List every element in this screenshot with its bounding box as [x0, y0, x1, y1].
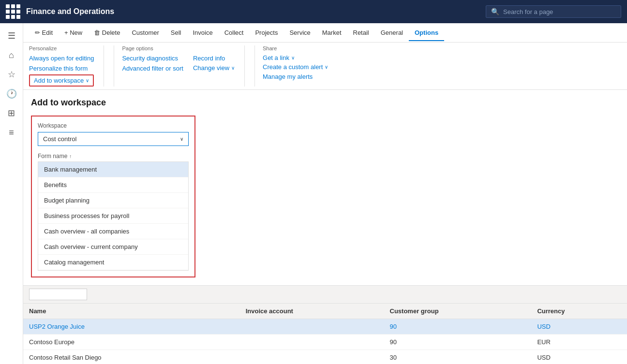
separator-2: [254, 45, 255, 87]
share-items: Get a link ∨ Create a custom alert ∨ Man…: [263, 54, 328, 81]
home-icon[interactable]: ⌂: [3, 46, 20, 64]
get-a-link-label: Get a link: [263, 54, 289, 61]
customers-table: Name Invoice account Customer group Curr…: [23, 304, 627, 364]
workspace-panel-title: Add to workspace: [31, 98, 619, 108]
personalize-items: Always open for editing Personalize this…: [29, 54, 94, 87]
col-currency: Currency: [531, 304, 627, 319]
options-ribbon-content: Personalize Always open for editing Pers…: [23, 43, 627, 89]
workspace-panel-box: Workspace Cost control ∨ Form name ↑ Ban…: [31, 116, 195, 277]
manage-alerts-button[interactable]: Manage my alerts: [263, 73, 328, 81]
cell-name: Contoso Retail San Diego: [23, 350, 240, 364]
table-header-row: Name Invoice account Customer group Curr…: [23, 304, 627, 319]
change-view-label: Change view: [193, 64, 229, 72]
create-alert-label: Create a custom alert: [263, 63, 323, 71]
list-item[interactable]: Benefits: [38, 177, 188, 193]
content-area: ✏ Edit + New 🗑 Delete Customer Sell Invo…: [23, 23, 627, 364]
favorites-icon[interactable]: ☆: [3, 66, 20, 83]
workspace-label: Workspace: [38, 122, 189, 129]
top-bar: Finance and Operations 🔍: [0, 0, 627, 23]
filter-row: [23, 286, 627, 304]
tab-edit[interactable]: ✏ Edit: [29, 25, 59, 41]
col-invoice-account: Invoice account: [240, 304, 384, 319]
tab-retail[interactable]: Retail: [347, 25, 375, 41]
page-options-col-1: Security diagnostics Advanced filter or …: [122, 54, 183, 73]
form-name-sort-icon: ↑: [69, 154, 72, 159]
workspace-selected-value: Cost control: [43, 135, 76, 143]
tab-delete[interactable]: 🗑 Delete: [88, 25, 126, 41]
search-icon: 🔍: [491, 8, 499, 15]
tab-market[interactable]: Market: [316, 25, 347, 41]
tab-projects[interactable]: Projects: [249, 25, 284, 41]
create-alert-chevron: ∨: [325, 64, 328, 70]
cell-currency: USD: [531, 350, 627, 364]
personalize-form-button[interactable]: Personalize this form: [29, 64, 94, 73]
workspace-panel-wrapper: Add to workspace Workspace Cost control …: [23, 90, 627, 286]
tab-customer[interactable]: Customer: [126, 25, 164, 41]
add-to-workspace-chevron: ∨: [86, 78, 89, 83]
list-item[interactable]: Catalog management: [38, 255, 188, 270]
recent-icon[interactable]: 🕐: [3, 85, 20, 102]
table-row[interactable]: USP2 Orange Juice90USD: [23, 319, 627, 335]
sidebar: ☰ ⌂ ☆ 🕐 ⊞ ≡: [0, 23, 23, 364]
ribbon: ✏ Edit + New 🗑 Delete Customer Sell Invo…: [23, 23, 627, 90]
create-alert-button[interactable]: Create a custom alert ∨: [263, 63, 328, 71]
change-view-button[interactable]: Change view ∨: [193, 64, 235, 72]
personalize-label: Personalize: [29, 45, 94, 51]
cell-customer-group: 90: [384, 335, 532, 350]
record-info-button[interactable]: Record info: [193, 54, 235, 62]
tab-invoice[interactable]: Invoice: [187, 25, 218, 41]
col-customer-group: Customer group: [384, 304, 532, 319]
add-to-workspace-button[interactable]: Add to workspace ∨: [29, 74, 94, 87]
tab-general[interactable]: General: [375, 25, 409, 41]
app-title: Finance and Operations: [26, 7, 480, 16]
get-a-link-chevron: ∨: [291, 55, 295, 60]
cell-customer-group: 90: [384, 319, 532, 335]
advanced-filter-button[interactable]: Advanced filter or sort: [122, 64, 183, 73]
cell-invoice-account: [240, 350, 384, 364]
hamburger-menu-icon[interactable]: ☰: [3, 27, 20, 44]
always-open-editing-button[interactable]: Always open for editing: [29, 54, 94, 62]
list-item[interactable]: Cash overview - all companies: [38, 224, 188, 239]
main-layout: ☰ ⌂ ☆ 🕐 ⊞ ≡ ✏ Edit + New 🗑 Delete Custom…: [0, 23, 627, 364]
page-options-cols: Security diagnostics Advanced filter or …: [122, 54, 235, 73]
page-options-label: Page options: [122, 45, 235, 51]
table-row[interactable]: Contoso Europe90EUR: [23, 335, 627, 350]
tab-sell[interactable]: Sell: [165, 25, 187, 41]
page-options-group: Page options Security diagnostics Advanc…: [122, 45, 245, 87]
list-item[interactable]: Budget planning: [38, 193, 188, 208]
list-item[interactable]: Bank management: [38, 162, 188, 177]
ribbon-tabs: ✏ Edit + New 🗑 Delete Customer Sell Invo…: [23, 23, 627, 43]
cell-name: Contoso Europe: [23, 335, 240, 350]
app-grid-icon[interactable]: [6, 4, 20, 19]
separator-1: [114, 45, 114, 87]
form-name-header: Form name ↑: [38, 151, 189, 162]
workspaces-icon[interactable]: ⊞: [3, 104, 20, 122]
get-a-link-button[interactable]: Get a link ∨: [263, 54, 328, 61]
cell-name: USP2 Orange Juice: [23, 319, 240, 335]
col-name: Name: [23, 304, 240, 319]
cell-invoice-account: [240, 335, 384, 350]
security-diagnostics-button[interactable]: Security diagnostics: [122, 54, 183, 62]
change-view-chevron: ∨: [231, 65, 235, 71]
search-bar[interactable]: 🔍: [486, 5, 621, 18]
tab-options[interactable]: Options: [409, 25, 444, 41]
tab-collect[interactable]: Collect: [219, 25, 250, 41]
page-options-col-2: Record info Change view ∨: [193, 54, 235, 73]
modules-icon[interactable]: ≡: [3, 124, 20, 141]
form-name-label: Form name: [38, 153, 67, 160]
cell-currency: EUR: [531, 335, 627, 350]
share-group: Share Get a link ∨ Create a custom alert…: [263, 45, 338, 87]
workspace-list: Bank management Benefits Budget planning…: [38, 162, 189, 271]
filter-input[interactable]: [29, 289, 87, 300]
list-item[interactable]: Cash overview - current company: [38, 239, 188, 255]
tab-service[interactable]: Service: [284, 25, 316, 41]
cell-customer-group: 30: [384, 350, 532, 364]
table-row[interactable]: Contoso Retail San Diego30USD: [23, 350, 627, 364]
share-label: Share: [263, 45, 328, 51]
add-to-workspace-label: Add to workspace: [34, 77, 84, 84]
workspace-dropdown[interactable]: Cost control ∨: [38, 132, 189, 146]
data-table-area: Name Invoice account Customer group Curr…: [23, 286, 627, 364]
list-item[interactable]: Business processes for payroll: [38, 208, 188, 224]
search-input[interactable]: [503, 8, 610, 15]
tab-new[interactable]: + New: [59, 25, 88, 41]
